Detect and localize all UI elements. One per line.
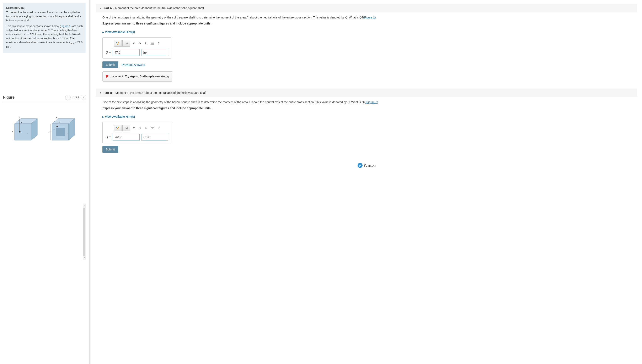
figure-3-link[interactable]: (Figure 3): [365, 100, 378, 104]
part-b-label: Part B -: [103, 91, 115, 94]
svg-rect-26: [116, 42, 117, 43]
figure-next-button[interactable]: ›: [81, 95, 86, 100]
figure-1-link[interactable]: Figure 1: [61, 24, 71, 28]
part-a-q-label: Q =: [106, 50, 111, 55]
svg-text:x: x: [66, 132, 68, 134]
help-button[interactable]: ?: [156, 40, 161, 47]
templates-button[interactable]: [114, 40, 122, 47]
svg-text:r: r: [54, 128, 54, 131]
svg-rect-27: [118, 42, 119, 43]
part-b-question: One of the first steps in analyzing the …: [102, 100, 637, 104]
part-b-instruction: Express your answer to three significant…: [102, 106, 637, 110]
part-a-label: Part A -: [103, 6, 114, 10]
symbols-button[interactable]: μÅ: [122, 125, 130, 131]
learning-goal-p1: To determine the maximum shear force tha…: [6, 10, 83, 22]
svg-rect-33: [116, 126, 117, 128]
reset-button[interactable]: ↻: [144, 40, 149, 47]
keyboard-icon: [151, 42, 154, 44]
expand-icon: ▶: [102, 31, 104, 34]
part-b-header[interactable]: ▼ Part B - Moment of the area A′ about t…: [96, 89, 637, 97]
svg-rect-35: [117, 128, 118, 129]
part-a-hints-toggle[interactable]: ▶View Available Hint(s): [102, 30, 135, 34]
scrollbar-thumb[interactable]: [83, 208, 85, 256]
part-a-answer-row: Q = in3: [106, 49, 168, 56]
part-b-value-input[interactable]: [113, 134, 140, 140]
redo-button[interactable]: ↷: [137, 40, 143, 47]
part-a-header[interactable]: ▼ Part A - Moment of the area A′ about t…: [96, 4, 637, 12]
pearson-logo-icon: P: [358, 163, 363, 168]
keyboard-icon: [151, 127, 154, 129]
part-b-answer-row: Q =: [106, 134, 168, 140]
part-a-instruction: Express your answer to three significant…: [102, 22, 637, 26]
templates-button[interactable]: [114, 125, 122, 131]
part-b-hints-toggle[interactable]: ▶View Available Hint(s): [102, 114, 135, 119]
keyboard-button[interactable]: [150, 125, 155, 131]
figure-header: Figure ‹ 1 of 3 ›: [3, 95, 86, 102]
part-a-question: One of the first steps in analyzing the …: [102, 15, 637, 20]
figure-body: ▲ ▼ V y x s: [3, 102, 86, 156]
part-b-answer-box: μÅ ↶ ↷ ↻ ? Q =: [102, 122, 171, 143]
part-a-previous-answers-link[interactable]: Previous Answers: [122, 63, 145, 67]
hollow-cube-icon: V y x s r: [46, 113, 79, 144]
svg-text:x: x: [26, 132, 28, 134]
fraction-icon: [116, 42, 120, 45]
expand-icon: ▶: [102, 116, 104, 118]
svg-text:y: y: [56, 116, 57, 118]
collapse-icon[interactable]: ▼: [99, 7, 101, 9]
solid-cube-icon: V y x s: [8, 113, 42, 144]
figure-section: Figure ‹ 1 of 3 › ▲ ▼: [3, 95, 86, 156]
part-a-value-input[interactable]: [113, 49, 140, 56]
learning-goal-box: Learning Goal: To determine the maximum …: [3, 3, 86, 53]
symbols-button[interactable]: μÅ: [122, 40, 130, 47]
panel-divider[interactable]: [89, 0, 91, 364]
redo-button[interactable]: ↷: [137, 125, 143, 131]
part-b-body: One of the first steps in analyzing the …: [96, 97, 637, 156]
part-b-q-label: Q =: [106, 135, 111, 140]
learning-goal-p2: The two square cross sections shown belo…: [6, 24, 83, 49]
part-a-toolbar: μÅ ↶ ↷ ↻ ?: [106, 40, 168, 47]
part-b-units-input[interactable]: [141, 134, 168, 140]
figure-nav: ‹ 1 of 3 ›: [65, 95, 86, 100]
fraction-icon: [116, 126, 120, 130]
part-b-toolbar: μÅ ↶ ↷ ↻ ?: [106, 125, 168, 131]
right-panel: ▼ Part A - Moment of the area A′ about t…: [91, 0, 642, 364]
pearson-footer: PPearson: [96, 160, 637, 170]
svg-rect-15: [56, 128, 64, 136]
keyboard-button[interactable]: [150, 40, 155, 47]
figure-scrollbar[interactable]: ▲ ▼: [83, 204, 86, 260]
part-b-submit-button[interactable]: Submit: [102, 146, 118, 153]
pearson-brand: Pearson: [364, 163, 376, 168]
part-a-answer-box: μÅ ↶ ↷ ↻ ? Q = in3: [102, 37, 171, 58]
part-a-feedback: ✖ Incorrect; Try Again; 5 attempts remai…: [102, 72, 172, 82]
part-a-submit-button[interactable]: Submit: [102, 62, 118, 68]
part-a-submit-row: Submit Previous Answers: [102, 62, 637, 68]
reset-button[interactable]: ↻: [144, 125, 149, 131]
undo-button[interactable]: ↶: [131, 125, 136, 131]
learning-goal-title: Learning Goal:: [6, 6, 83, 10]
part-a-units-input[interactable]: in3: [141, 49, 168, 56]
part-a-body: One of the first steps in analyzing the …: [96, 12, 637, 85]
figure-image: V y x s V y: [3, 105, 86, 153]
undo-button[interactable]: ↶: [131, 40, 136, 47]
figure-2-link[interactable]: (Figure 2): [363, 16, 376, 19]
svg-text:y: y: [19, 116, 20, 118]
scroll-down-icon: ▼: [83, 257, 86, 259]
svg-rect-34: [118, 126, 119, 128]
feedback-text: Incorrect; Try Again; 5 attempts remaini…: [111, 74, 169, 79]
svg-rect-28: [117, 44, 118, 44]
scroll-up-icon: ▲: [83, 204, 86, 206]
incorrect-icon: ✖: [106, 74, 109, 79]
part-b-submit-row: Submit: [102, 146, 637, 153]
svg-marker-1: [15, 124, 31, 140]
help-button[interactable]: ?: [156, 125, 161, 131]
figure-prev-button[interactable]: ‹: [65, 95, 71, 100]
figure-title: Figure: [3, 95, 15, 100]
figure-count: 1 of 3: [72, 96, 79, 99]
collapse-icon[interactable]: ▼: [99, 92, 101, 94]
left-panel: Learning Goal: To determine the maximum …: [0, 0, 89, 364]
